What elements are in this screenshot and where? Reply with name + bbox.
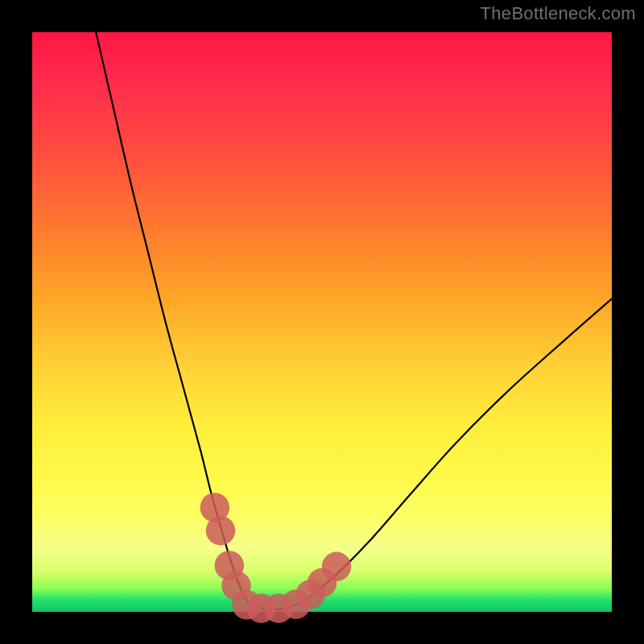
marker-dot [206,516,235,545]
bottleneck-curve-line [96,32,612,610]
chart-frame: TheBottleneck.com [0,0,644,644]
bottleneck-markers [200,493,352,623]
chart-svg [32,32,612,612]
watermark-text: TheBottleneck.com [481,3,636,24]
plot-area [32,32,612,612]
marker-dot [322,552,351,581]
